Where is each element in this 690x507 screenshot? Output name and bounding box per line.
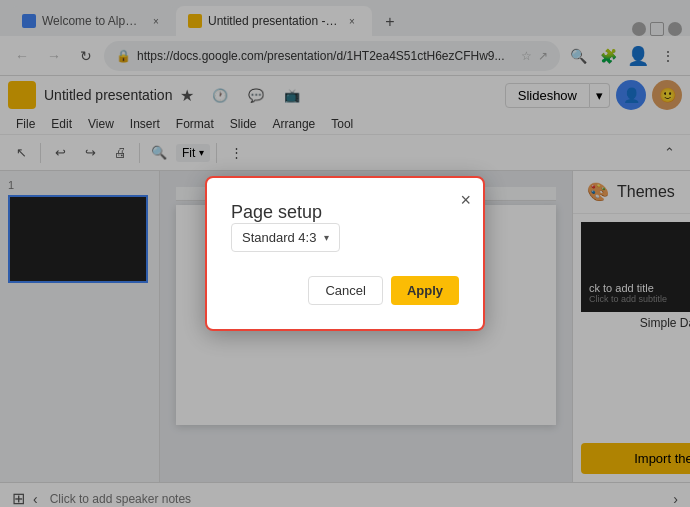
- cancel-button[interactable]: Cancel: [308, 276, 382, 305]
- page-setup-modal: Page setup × Standard 4:3 ▾ Cancel Apply: [205, 176, 485, 331]
- apply-button[interactable]: Apply: [391, 276, 459, 305]
- page-size-select[interactable]: Standard 4:3 ▾: [231, 223, 340, 252]
- modal-overlay: Page setup × Standard 4:3 ▾ Cancel Apply: [0, 0, 690, 507]
- select-dropdown-icon: ▾: [324, 232, 329, 243]
- modal-select-row: Standard 4:3 ▾: [231, 223, 459, 252]
- modal-title: Page setup: [231, 202, 322, 222]
- modal-close-button[interactable]: ×: [460, 190, 471, 211]
- page-size-label: Standard 4:3: [242, 230, 316, 245]
- modal-actions: Cancel Apply: [231, 276, 459, 305]
